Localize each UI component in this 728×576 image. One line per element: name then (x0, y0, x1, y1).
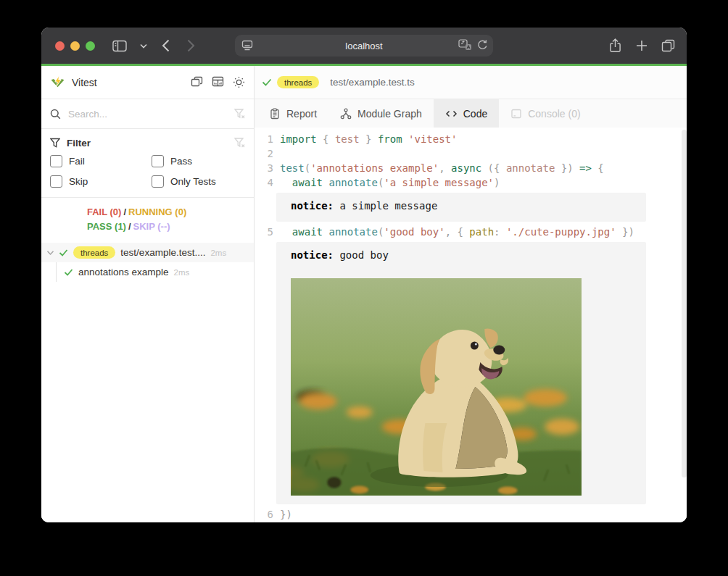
search-icon (50, 109, 61, 120)
indent-guide (56, 262, 57, 282)
code-line: 5 await annotate('good boy', { path: './… (255, 225, 687, 239)
fail-count: FAIL (0) (87, 206, 121, 217)
url-text: localhost (235, 41, 493, 51)
test-case-row[interactable]: annotations example2ms (41, 262, 254, 282)
checkbox-label: Pass (170, 156, 192, 167)
line-number: 5 (255, 225, 273, 239)
test-name: test/example.test.... (120, 247, 205, 258)
notice-text: notice: good boy (291, 248, 646, 262)
search-bar[interactable]: Search... (41, 99, 254, 129)
tab-console: Console (0) (499, 99, 592, 128)
module-graph-icon (340, 108, 352, 120)
theme-toggle-icon[interactable] (233, 76, 245, 88)
checkbox-label: Fail (69, 156, 85, 167)
checkbox-icon[interactable] (152, 175, 164, 188)
line-content: test('annotations example', async ({ ann… (280, 161, 604, 175)
forward-icon[interactable] (181, 36, 200, 55)
checkbox-icon[interactable] (50, 155, 62, 167)
code-line: 1import { test } from 'vitest' (255, 132, 687, 146)
sidebar: Vitest (41, 66, 255, 522)
line-number: 3 (255, 161, 273, 175)
file-name: test/example.test.ts (330, 77, 414, 88)
main-panel: threads test/example.test.ts ReportModul… (255, 66, 687, 522)
status-line-2: PASS (1)/SKIP (--) (87, 220, 254, 234)
share-icon[interactable] (605, 36, 624, 55)
code-viewer[interactable]: 1import { test } from 'vitest'23test('an… (255, 128, 687, 522)
new-tab-icon[interactable] (632, 36, 651, 55)
tab-label: Console (0) (528, 108, 580, 120)
sidebar-toggle-icon[interactable] (110, 36, 129, 55)
scrollbar-thumb[interactable] (682, 130, 687, 477)
close-window-button[interactable] (55, 41, 65, 51)
tab-code[interactable]: Code (434, 99, 499, 128)
code-line: 3test('annotations example', async ({ an… (255, 161, 687, 175)
translate-icon[interactable] (458, 39, 472, 51)
line-number: 7 (255, 522, 273, 522)
collapse-panels-icon[interactable] (191, 76, 203, 88)
notice-label: notice: (291, 200, 334, 212)
code-line: 4 await annotate('a simple message') (255, 175, 687, 190)
address-bar[interactable]: localhost (235, 35, 493, 57)
back-icon[interactable] (156, 36, 175, 55)
tab-label: Code (463, 108, 487, 120)
test-tree: threadstest/example.test....2msannotatio… (41, 243, 254, 282)
report-icon (269, 108, 281, 120)
search-placeholder: Search... (68, 109, 234, 120)
filter-checkbox-pass[interactable]: Pass (152, 151, 245, 171)
pool-badge: threads (277, 76, 319, 88)
pool-badge: threads (73, 246, 115, 259)
code-line: 2 (255, 146, 687, 161)
check-icon (64, 269, 73, 276)
filter-checkbox-skip[interactable]: Skip (50, 171, 152, 191)
traffic-lights (55, 41, 95, 51)
cute-puppy-image (291, 278, 582, 496)
line-number: 1 (255, 132, 273, 146)
line-content: }) (280, 507, 292, 522)
test-status-summary: FAIL (0)/RUNNING (0) PASS (1)/SKIP (--) (41, 198, 254, 238)
clear-search-filter-icon[interactable] (234, 109, 245, 119)
reload-icon[interactable] (477, 39, 488, 51)
chevron-down-icon[interactable] (46, 250, 54, 256)
line-content: import { test } from 'vitest' (280, 132, 457, 146)
clear-filter-icon[interactable] (234, 138, 245, 148)
tab-label: Module Graph (357, 108, 422, 120)
filter-checkbox-only-tests[interactable]: Only Tests (152, 171, 245, 191)
check-icon (59, 249, 68, 256)
checkbox-icon[interactable] (152, 155, 164, 167)
file-header: threads test/example.test.ts (255, 66, 687, 99)
pass-count: PASS (1) (87, 221, 126, 232)
code-line: 7 (255, 522, 687, 522)
status-line-1: FAIL (0)/RUNNING (0) (87, 205, 254, 220)
minimize-window-button[interactable] (70, 41, 80, 51)
test-name: annotations example (78, 267, 169, 277)
test-duration: 2ms (210, 249, 226, 257)
check-icon (262, 78, 272, 86)
test-file-row[interactable]: threadstest/example.test....2ms (41, 243, 254, 262)
annotation-notice: notice: a simple message (276, 193, 646, 222)
vitest-logo-icon (50, 75, 65, 89)
browser-window: localhost (41, 28, 687, 522)
skip-count: SKIP (--) (133, 221, 170, 232)
code-icon (445, 109, 458, 119)
browser-toolbar: localhost (41, 28, 687, 64)
line-number: 4 (255, 175, 273, 190)
notice-text: notice: a simple message (291, 199, 646, 213)
tab-report[interactable]: Report (257, 99, 328, 128)
tab-label: Report (286, 108, 317, 120)
dashboard-icon[interactable] (212, 76, 224, 88)
sidebar-header: Vitest (41, 66, 254, 99)
filter-section: Filter FailPassSkipOnly Tests (41, 129, 254, 198)
zoom-window-button[interactable] (86, 41, 95, 51)
tab-module[interactable]: Module Graph (328, 99, 434, 128)
checkbox-label: Skip (69, 176, 88, 187)
chevron-down-icon[interactable] (134, 36, 153, 55)
line-content: await annotate('a simple message') (280, 175, 500, 190)
filter-checkbox-fail[interactable]: Fail (50, 151, 152, 171)
console-icon (510, 108, 522, 120)
filter-title: Filter (67, 138, 234, 149)
annotation-notice: notice: good boy (276, 242, 646, 504)
tab-overview-icon[interactable] (658, 36, 677, 55)
checkbox-icon[interactable] (50, 175, 62, 188)
test-duration: 2ms (174, 268, 190, 277)
checkbox-label: Only Tests (170, 176, 216, 187)
